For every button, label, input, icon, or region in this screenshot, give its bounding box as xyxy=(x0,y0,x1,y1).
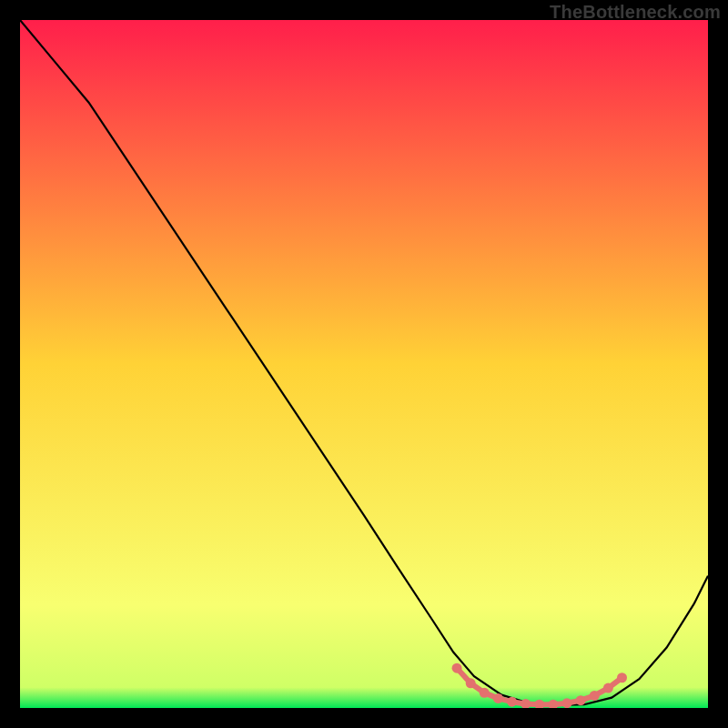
optimal-marker xyxy=(493,693,503,703)
optimal-marker xyxy=(603,683,613,693)
gradient-background xyxy=(20,20,708,708)
optimal-marker xyxy=(452,663,462,673)
optimal-marker xyxy=(466,678,476,688)
optimal-marker xyxy=(562,698,572,708)
optimal-marker xyxy=(590,691,600,701)
chart-svg xyxy=(20,20,708,708)
chart-container: TheBottleneck.com xyxy=(0,0,728,728)
optimal-marker xyxy=(480,688,490,698)
plot-area xyxy=(20,20,708,708)
optimal-marker xyxy=(576,695,586,705)
optimal-marker xyxy=(507,697,517,707)
optimal-marker xyxy=(617,672,627,682)
